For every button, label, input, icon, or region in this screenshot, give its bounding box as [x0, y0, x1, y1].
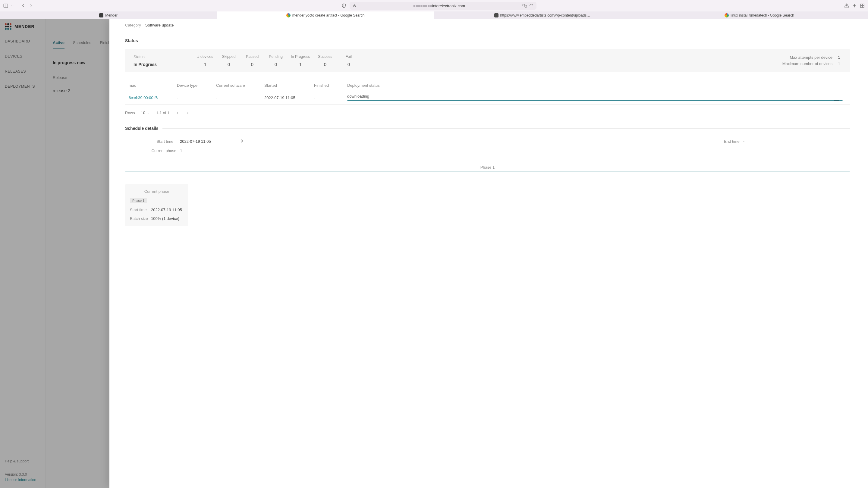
table-header: mac — [129, 83, 177, 88]
nav-back-icon[interactable] — [21, 3, 26, 8]
svg-rect-4 — [525, 5, 527, 7]
device-mac-link[interactable]: 6c:cf:39:00:00:f6 — [129, 96, 158, 100]
phase-strip-bar — [125, 171, 850, 172]
status-label: Status — [133, 55, 194, 59]
pagination-range: 1-1 of 1 — [156, 110, 169, 115]
schedule-section-title: Schedule details — [125, 126, 158, 131]
divider — [142, 41, 850, 41]
progress-bar — [347, 100, 843, 101]
status-value: In Progress — [133, 62, 194, 67]
devices-table: mac Device type Current software Started… — [125, 80, 850, 104]
favicon-icon — [494, 13, 498, 18]
address-text: ■■■■■■■■interelectronix.com — [358, 4, 520, 8]
phase-card-header: Current phase — [130, 189, 184, 194]
table-row[interactable]: 6c:cf:39:00:00:f6 - - 2022-07-19 11:05 -… — [125, 91, 850, 104]
nav-forward-icon[interactable] — [28, 3, 34, 8]
count-value: 0 — [244, 62, 261, 67]
rows-value: 10 — [141, 110, 145, 115]
page-next-icon[interactable] — [186, 111, 190, 115]
share-icon[interactable] — [844, 3, 849, 8]
divider — [162, 128, 850, 129]
count-header: Pending — [267, 55, 284, 59]
translate-icon[interactable] — [522, 3, 527, 8]
svg-rect-3 — [523, 4, 525, 6]
browser-tab[interactable]: mender yocto create artifact - Google Se… — [217, 11, 434, 19]
table-cell: - — [314, 96, 347, 100]
new-tab-icon[interactable] — [852, 3, 857, 8]
page-prev-icon[interactable] — [176, 111, 180, 115]
category-label: Category — [125, 23, 141, 27]
count-header: Paused — [244, 55, 261, 59]
table-header: Started — [264, 83, 314, 88]
favicon-icon — [99, 13, 103, 18]
svg-rect-10 — [861, 6, 862, 7]
current-phase-label: Current phase — [125, 149, 176, 153]
table-cell: - — [216, 96, 264, 100]
end-time-value: - — [743, 139, 744, 144]
count-value: 1 — [291, 62, 310, 67]
lock-icon — [352, 4, 356, 7]
table-header: Current software — [216, 83, 264, 88]
rows-label: Rows — [125, 110, 135, 115]
max-devices-value: 1 — [837, 61, 841, 66]
count-header: Skipped — [220, 55, 237, 59]
count-value: 0 — [340, 62, 357, 67]
table-header: Deployment status — [347, 83, 846, 88]
table-pagination: Rows 10 1-1 of 1 — [125, 110, 850, 115]
browser-tab-strip: Mender mender yocto create artifact - Go… — [0, 11, 868, 19]
count-header: Success — [317, 55, 334, 59]
svg-rect-9 — [863, 4, 864, 5]
arrow-right-icon — [238, 138, 244, 145]
phase-batch-label: Batch size — [130, 216, 148, 221]
phase-strip-label: Phase 1 — [125, 165, 850, 171]
count-value: 0 — [317, 62, 334, 67]
status-card: Status In Progress # devices1 Skipped0 P… — [125, 49, 850, 72]
browser-tab-label: linux install timedatectl - Google Searc… — [731, 13, 794, 18]
current-phase-value: 1 — [180, 149, 182, 153]
count-header: # devices — [197, 55, 214, 59]
browser-tab-label: Mender — [105, 13, 118, 18]
favicon-icon — [286, 13, 290, 18]
status-section-title: Status — [125, 38, 138, 43]
svg-rect-8 — [861, 4, 862, 5]
count-value: 1 — [197, 62, 214, 67]
divider — [125, 241, 850, 241]
browser-tab[interactable]: linux install timedatectl - Google Searc… — [651, 11, 868, 19]
category-value: Software update — [145, 23, 174, 27]
chevron-down-icon — [147, 111, 150, 115]
rows-select[interactable]: 10 — [141, 110, 150, 115]
chevron-down-icon[interactable] — [11, 3, 14, 8]
privacy-shield-icon[interactable] — [341, 3, 347, 8]
deployment-detail-panel: Category Software update Status Status I… — [110, 19, 868, 488]
browser-tab-label: https://www.embeddedartists.com/wp-conte… — [500, 13, 591, 18]
browser-tab[interactable]: Mender — [0, 11, 217, 19]
deployment-status-text: downloading — [347, 94, 369, 98]
count-header: In Progress — [291, 55, 310, 59]
count-value: 0 — [220, 62, 237, 67]
sidebar-toggle-icon[interactable] — [3, 3, 8, 8]
tab-overview-icon[interactable] — [860, 3, 865, 8]
svg-rect-0 — [4, 4, 8, 7]
table-cell: - — [177, 96, 216, 100]
phase-batch-value: 100% (1 device) — [151, 216, 179, 221]
start-time-value: 2022-07-19 11:05 — [180, 139, 211, 144]
max-attempts-value: 1 — [837, 55, 841, 60]
address-bar[interactable]: ■■■■■■■■interelectronix.com — [350, 2, 536, 10]
browser-tab-label: mender yocto create artifact - Google Se… — [292, 13, 364, 18]
count-value: 0 — [267, 62, 284, 67]
table-cell: 2022-07-19 11:05 — [264, 96, 314, 100]
start-time-label: Start time — [125, 139, 176, 144]
phase-pill: Phase 1 — [130, 198, 147, 203]
reload-icon[interactable] — [529, 3, 533, 8]
end-time-label: End time — [724, 139, 739, 144]
max-devices-label: Maximum number of devices — [782, 61, 832, 66]
browser-tab[interactable]: https://www.embeddedartists.com/wp-conte… — [434, 11, 651, 19]
phase-start-label: Start time — [130, 207, 148, 212]
count-header: Fail — [340, 55, 357, 59]
favicon-icon — [724, 13, 729, 18]
svg-rect-2 — [353, 6, 355, 7]
table-header: Finished — [314, 83, 347, 88]
table-header: Device type — [177, 83, 216, 88]
svg-rect-11 — [863, 6, 864, 7]
max-attempts-label: Max attempts per device — [789, 55, 832, 60]
